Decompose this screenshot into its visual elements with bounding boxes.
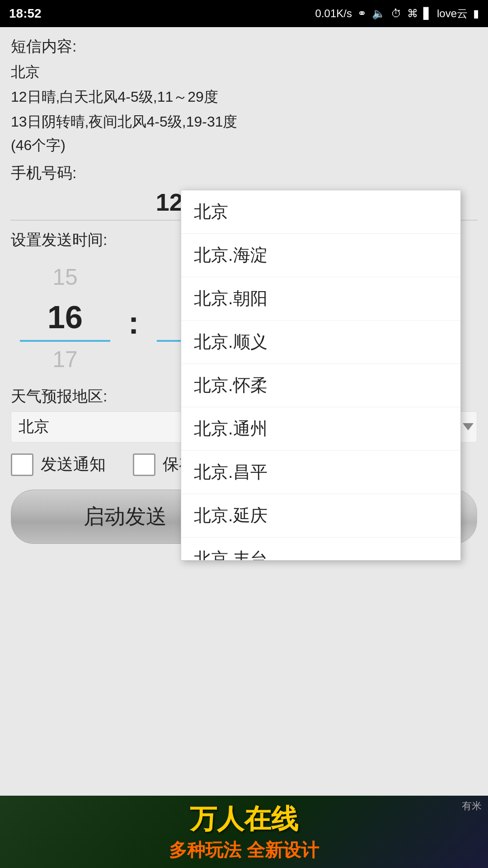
dropdown-item[interactable]: 北京.丰台 [181, 538, 460, 561]
dropdown-item[interactable]: 北京.昌平 [181, 451, 460, 494]
send-notify-label: 发送通知 [41, 453, 106, 476]
ad-sub-text: 多种玩法 全新设计 [169, 838, 319, 863]
hour-below: 17 [52, 342, 78, 377]
dropdown-item[interactable]: 北京.朝阳 [181, 277, 460, 321]
send-notify-checkbox[interactable] [11, 453, 33, 476]
battery-icon: ▮ [473, 7, 479, 20]
time-separator: : [128, 305, 139, 341]
char-count: (46个字) [11, 136, 477, 156]
dropdown-item[interactable]: 北京.顺义 [181, 321, 460, 364]
hour-above: 15 [52, 259, 78, 295]
status-time: 18:52 [9, 6, 42, 21]
dropdown-item[interactable]: 北京.怀柔 [181, 364, 460, 407]
alarm-icon: ⏱ [391, 7, 402, 20]
mute-icon: 🔈 [372, 7, 385, 20]
checkbox-send-notify[interactable]: 发送通知 [11, 453, 106, 476]
hour-column[interactable]: 15 16 17 [20, 259, 110, 377]
dropdown-arrow-right [463, 423, 474, 430]
dropdown-item[interactable]: 北京.延庆 [181, 494, 460, 538]
status-icons: 0.01K/s ⚭ 🔈 ⏱ ⌘ ▋ love云 ▮ [315, 6, 479, 21]
network-speed: 0.01K/s [315, 7, 352, 20]
bluetooth-icon: ⚭ [357, 7, 366, 20]
dropdown-item[interactable]: 北京 [181, 190, 460, 234]
ad-banner[interactable]: 万人在线 多种玩法 全新设计 有米 [0, 796, 488, 868]
ad-content: 万人在线 多种玩法 全新设计 [169, 801, 319, 863]
ad-main-text: 万人在线 [190, 801, 298, 838]
wifi-icon: ⌘ [407, 7, 418, 20]
carrier: love云 [437, 6, 468, 21]
sms-line3: 13日阴转晴,夜间北风4-5级,19-31度 [11, 110, 477, 133]
dropdown-item[interactable]: 北京.海淀 [181, 234, 460, 277]
sms-line2: 12日晴,白天北风4-5级,11～29度 [11, 85, 477, 108]
phone-label: 手机号码: [11, 163, 477, 184]
dropdown-item[interactable]: 北京.通州 [181, 407, 460, 451]
sms-label: 短信内容: [11, 36, 477, 57]
status-bar: 18:52 0.01K/s ⚭ 🔈 ⏱ ⌘ ▋ love云 ▮ [0, 0, 488, 27]
save-message-checkbox[interactable] [133, 453, 155, 476]
hour-current: 16 [20, 295, 110, 342]
signal-icon: ▋ [423, 7, 432, 20]
region-dropdown[interactable]: 北京北京.海淀北京.朝阳北京.顺义北京.怀柔北京.通州北京.昌平北京.延庆北京.… [181, 190, 461, 561]
ad-youmi: 有米 [462, 799, 482, 813]
sms-line1: 北京 [11, 61, 477, 84]
